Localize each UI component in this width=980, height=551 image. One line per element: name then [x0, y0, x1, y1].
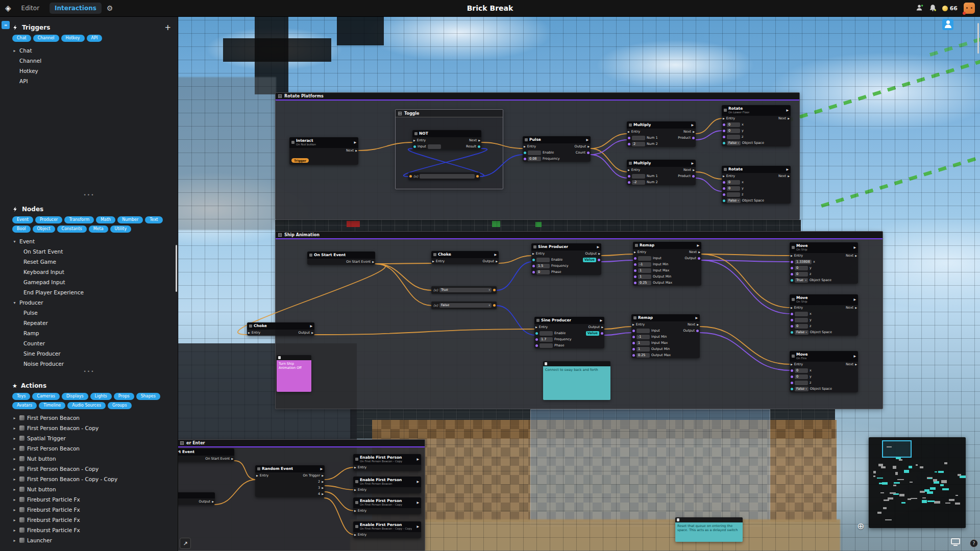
exec-out-icon[interactable]: ▶	[786, 109, 789, 112]
data-port-icon[interactable]	[413, 145, 416, 148]
action-filter-chip[interactable]: Timeline	[39, 402, 65, 409]
exec-out-icon[interactable]: ▶	[416, 480, 419, 483]
data-port-icon[interactable]	[598, 259, 600, 261]
node-header[interactable]: Sine Producer▶	[531, 243, 601, 251]
action-item[interactable]: ▸Fireburst Particle Fx	[12, 515, 174, 525]
action-item[interactable]: ▸Fireburst Particle Fx	[12, 494, 174, 505]
node-move-3[interactable]: MoveOn Fins▶▶EntryNext▶0x0yzFalse▾Object…	[790, 351, 858, 392]
exec-port-icon[interactable]: ▶	[432, 260, 434, 263]
node-remap-1[interactable]: Remap▶▶EntryNext▶InputOutput-1Input Min1…	[633, 242, 701, 286]
value-input[interactable]: 0	[536, 270, 550, 274]
value-input[interactable]	[727, 192, 740, 197]
node-header[interactable]: Pulse▶	[523, 136, 591, 143]
exec-port-icon[interactable]: ▶	[212, 500, 214, 503]
value-input[interactable]: 0	[727, 186, 740, 191]
action-item[interactable]: ▸First Person Beacon - Copy - Copy	[12, 474, 174, 484]
action-filter-chip[interactable]: Avatars	[12, 402, 37, 409]
data-port-icon[interactable]	[634, 282, 636, 284]
data-port-icon[interactable]	[692, 175, 695, 178]
exec-port-icon[interactable]: ▶	[322, 481, 324, 483]
data-port-icon[interactable]	[791, 382, 793, 384]
data-port-icon[interactable]	[535, 344, 538, 347]
node-onstart-ship[interactable]: On Start EventOn Start Event▶	[307, 252, 375, 265]
data-port-icon[interactable]	[532, 265, 535, 267]
node-header[interactable]: NOT	[412, 130, 481, 137]
exec-port-icon[interactable]: ▶	[628, 131, 630, 133]
data-port-icon[interactable]	[634, 276, 636, 278]
exec-out-icon[interactable]: ▶	[354, 141, 356, 144]
value-input[interactable]	[540, 343, 553, 348]
exec-out-icon[interactable]: ▶	[320, 467, 323, 470]
data-port-icon[interactable]	[723, 130, 725, 132]
node-item[interactable]: Noise Producer	[12, 359, 174, 369]
data-port-icon[interactable]	[632, 330, 635, 332]
tab-interactions[interactable]: Interactions	[50, 3, 102, 14]
data-port-icon[interactable]	[634, 269, 636, 272]
exec-port-icon[interactable]: ▶	[693, 131, 695, 133]
exec-port-icon[interactable]: ▶	[788, 117, 790, 120]
exec-port-icon[interactable]: ▶	[601, 326, 603, 329]
node-multiply-2[interactable]: Multiply▶▶EntryNext▶Num 1Product-2Num 2	[627, 160, 696, 185]
node-header[interactable]: Remap▶	[631, 314, 700, 321]
data-port-icon[interactable]	[791, 267, 793, 269]
trigger-item[interactable]: ▸Chat	[12, 45, 174, 56]
node-filter-chip[interactable]: Utility	[110, 226, 132, 233]
data-port-icon[interactable]	[791, 261, 793, 263]
value-input[interactable]: 0	[727, 180, 740, 185]
action-item[interactable]: ▸Spatial Trigger	[12, 433, 174, 443]
action-item[interactable]: ▸Nut button	[12, 484, 174, 494]
exec-out-icon[interactable]: ▶	[786, 168, 789, 171]
node-category[interactable]: ▾Event	[12, 236, 174, 246]
node-item[interactable]: Counter	[12, 338, 174, 348]
people-icon[interactable]	[916, 4, 923, 13]
node-not[interactable]: NOT▶EntryNext▶InputResult	[412, 130, 481, 149]
var-value[interactable]	[420, 174, 475, 179]
data-port-icon[interactable]	[791, 369, 793, 372]
var-node-x-false[interactable]: (x)False▾	[431, 302, 497, 309]
node-enable-fp-1[interactable]: Enable First PersonOn First Person Beaco…	[353, 454, 421, 471]
caret-icon[interactable]: ▸	[12, 446, 17, 451]
node-pulse[interactable]: Pulse▶▶EntryOutput▶EnableCount0.08Freque…	[523, 136, 591, 162]
node-header[interactable]: Multiply▶	[627, 121, 696, 129]
exec-port-icon[interactable]: ▶	[598, 253, 600, 255]
node-filter-chip[interactable]: Object	[33, 226, 55, 233]
node-enable-fp-4[interactable]: Enable First PersonOn First Person Beaco…	[353, 521, 421, 538]
node-header[interactable]: MoveOn Fins▶	[790, 351, 858, 362]
node-header[interactable]: Enable First PersonOn First Person Beaco…	[353, 477, 421, 487]
value-input[interactable]	[795, 318, 808, 322]
caret-icon[interactable]: ▸	[12, 416, 17, 420]
exec-port-icon[interactable]: ▶	[322, 474, 324, 477]
node-choke-1[interactable]: Choke▶▶EntryOutput▶	[431, 251, 499, 264]
value-input[interactable]	[636, 329, 650, 333]
action-item[interactable]: ▸Nut button	[12, 454, 174, 464]
exec-out-icon[interactable]: ▶	[853, 355, 856, 358]
node-header[interactable]: Choke▶	[247, 322, 314, 330]
data-port-icon[interactable]	[791, 325, 793, 328]
node-header[interactable]: Sine Producer▶	[534, 317, 604, 324]
node-header[interactable]: MoveOn Ship▶	[790, 242, 858, 253]
data-port-icon[interactable]	[535, 332, 538, 335]
node-header[interactable]: art Event	[178, 448, 234, 456]
screenshare-icon[interactable]	[951, 538, 960, 546]
node-choke-2[interactable]: Choke▶▶EntryOutput▶	[247, 322, 314, 336]
action-item[interactable]: ▸Fireburst Particle Fx	[12, 525, 174, 535]
node-item[interactable]: Reset Game	[12, 257, 174, 267]
value-input[interactable]: 2	[632, 142, 645, 146]
exec-port-icon[interactable]: ▶	[532, 253, 534, 255]
node-header[interactable]: MoveOn Ship▶	[790, 294, 858, 305]
node-item[interactable]: Ramp	[12, 328, 174, 338]
exec-out-icon[interactable]: ▶	[853, 246, 856, 249]
exec-port-icon[interactable]: ▶	[697, 323, 699, 326]
node-multiply-1[interactable]: Multiply▶▶EntryNext▶Num 1Product2Num 2	[627, 121, 696, 147]
exec-port-icon[interactable]: ▶	[723, 117, 725, 120]
action-item[interactable]: ▸First Person Beacon	[12, 443, 174, 454]
section-resize-handle[interactable]: •••	[0, 369, 178, 374]
exec-port-icon[interactable]: ▶	[355, 149, 357, 152]
data-port-icon[interactable]	[628, 143, 630, 145]
data-port-icon[interactable]	[791, 375, 793, 378]
exec-port-icon[interactable]: ▶	[855, 363, 857, 366]
caret-icon[interactable]: ▸	[12, 497, 17, 502]
note-ship-off[interactable]: Turn Ship Animation Off	[277, 355, 311, 392]
data-port-icon[interactable]	[723, 181, 725, 184]
exec-port-icon[interactable]: ▶	[496, 260, 498, 263]
